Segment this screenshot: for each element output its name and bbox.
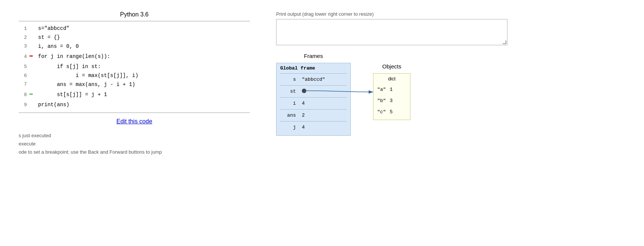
code-text: i, ans = 0, 0: [38, 42, 79, 51]
frame-row-st: st: [280, 85, 347, 97]
line-number: 1: [19, 25, 29, 33]
legend-line-3: ode to set a breakpoint; use the Back an…: [19, 148, 250, 156]
code-text: st = {}: [38, 33, 60, 42]
code-title: Python 3.6: [120, 11, 149, 18]
code-line-4: 4➡for j in range(len(s)):: [19, 51, 250, 62]
dict-box: dict "a"1"b"3"c"5: [373, 73, 410, 120]
code-text: st[s[j]] = j + 1: [38, 90, 107, 99]
dict-key: "b": [377, 98, 386, 104]
print-output-label: Print output (drag lower right corner to…: [276, 11, 637, 17]
frame-key: i: [280, 101, 299, 106]
global-frame: Global frame s"abbccd"sti4ans2j4: [276, 63, 351, 136]
code-line-5: 5 if s[j] in st:: [19, 62, 250, 71]
line-number: 3: [19, 42, 29, 50]
dict-value: 3: [390, 98, 393, 104]
pointer-dot: [302, 89, 306, 93]
line-number: 9: [19, 101, 29, 109]
frame-value: 4: [299, 124, 347, 130]
dict-key: "a": [377, 87, 386, 92]
legend-line-0: s just executed: [19, 132, 250, 140]
line-number: 7: [19, 80, 29, 89]
right-panel: Print output (drag lower right corner to…: [269, 7, 644, 239]
code-line-9: 9print(ans): [19, 101, 250, 110]
frames-label: Frames: [276, 53, 351, 59]
line-number: 5: [19, 63, 29, 71]
frames-objects-section: Frames Global frame s"abbccd"sti4ans2j4 …: [276, 53, 637, 136]
frame-key: st: [280, 89, 299, 94]
code-line-8: 8➡ st[s[j]] = j + 1: [19, 89, 250, 101]
arrow-indicator: ➡: [29, 89, 38, 101]
code-line-3: 3i, ans = 0, 0: [19, 42, 250, 51]
code-text: for j in range(len(s)):: [38, 52, 110, 61]
code-text: s="abbccd": [38, 24, 69, 33]
objects-label: Objects: [373, 63, 410, 70]
dict-key: "c": [377, 109, 386, 115]
dict-value: 1: [390, 87, 393, 92]
frame-row-s: s"abbccd": [280, 73, 347, 85]
code-lines: 1s="abbccd"2st = {}3i, ans = 0, 04➡for j…: [19, 24, 250, 110]
dict-row-1: "b"3: [377, 95, 406, 106]
print-output-box[interactable]: [276, 19, 507, 45]
dict-row-0: "a"1: [377, 84, 406, 95]
dict-title: dict: [377, 76, 406, 82]
objects-column: Objects dict "a"1"b"3"c"5: [373, 53, 410, 120]
frames-column: Frames Global frame s"abbccd"sti4ans2j4: [276, 53, 351, 136]
legend-line-1: execute: [19, 140, 250, 148]
frame-title: Global frame: [280, 65, 347, 71]
frame-key: ans: [280, 113, 299, 118]
code-line-6: 6 i = max(st[s[j]], i): [19, 71, 250, 80]
frame-value: [299, 89, 347, 95]
frame-rows: s"abbccd"sti4ans2j4: [280, 73, 347, 133]
code-box: 1s="abbccd"2st = {}3i, ans = 0, 04➡for j…: [19, 21, 250, 113]
code-line-2: 2st = {}: [19, 33, 250, 42]
frame-row-ans: ans2: [280, 109, 347, 121]
frame-key: s: [280, 77, 299, 82]
code-text: i = max(st[s[j]], i): [38, 71, 138, 80]
code-line-1: 1s="abbccd": [19, 24, 250, 33]
green-arrow-icon: ➡: [29, 89, 33, 101]
line-number: 6: [19, 72, 29, 80]
resize-handle[interactable]: [503, 40, 506, 44]
legend: s just executedexecuteode to set a break…: [19, 132, 250, 156]
line-number: 2: [19, 34, 29, 42]
line-number: 8: [19, 91, 29, 99]
dict-value: 5: [390, 109, 393, 115]
left-panel: Python 3.6 1s="abbccd"2st = {}3i, ans = …: [0, 7, 269, 239]
code-line-7: 7 ans = max(ans, j - i + 1): [19, 80, 250, 89]
dict-row-2: "c"5: [377, 106, 406, 117]
frame-value: 4: [299, 101, 347, 106]
code-text: if s[j] in st:: [38, 62, 101, 71]
red-arrow-icon: ➡: [29, 51, 33, 62]
frame-key: j: [280, 124, 299, 130]
code-text: ans = max(ans, j - i + 1): [38, 80, 135, 89]
frame-value: 2: [299, 113, 347, 118]
frame-value: "abbccd": [299, 77, 347, 82]
dict-rows: "a"1"b"3"c"5: [377, 84, 406, 117]
frame-row-i: i4: [280, 97, 347, 109]
frame-row-j: j4: [280, 121, 347, 133]
code-text: print(ans): [38, 101, 69, 110]
edit-this-code-link[interactable]: Edit this code: [116, 118, 152, 125]
arrow-indicator: ➡: [29, 51, 38, 62]
line-number: 4: [19, 53, 29, 61]
